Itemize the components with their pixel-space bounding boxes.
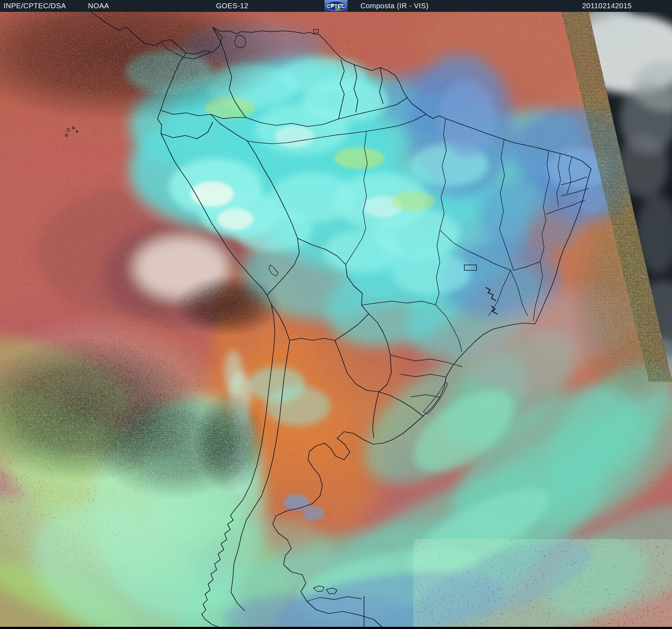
agency-label: INPE/CPTEC/DSA xyxy=(4,1,66,10)
bottom-edge-bar xyxy=(0,627,672,629)
noise-layer xyxy=(0,12,672,627)
title-bar: INPE/CPTEC/DSA NOAA GOES-12 CPTEC Compos… xyxy=(0,0,672,12)
satellite-label: GOES-12 xyxy=(216,1,248,10)
cptec-logo: CPTEC xyxy=(325,0,347,12)
product-label: Composta (IR - VIS) xyxy=(360,1,429,10)
satellite-composite-image xyxy=(0,0,672,629)
cptec-logo-text: CPTEC xyxy=(327,3,345,9)
timestamp-label: 201102142015 xyxy=(582,1,632,10)
noaa-label: NOAA xyxy=(88,1,109,10)
satellite-viewer: INPE/CPTEC/DSA NOAA GOES-12 CPTEC Compos… xyxy=(0,0,672,629)
